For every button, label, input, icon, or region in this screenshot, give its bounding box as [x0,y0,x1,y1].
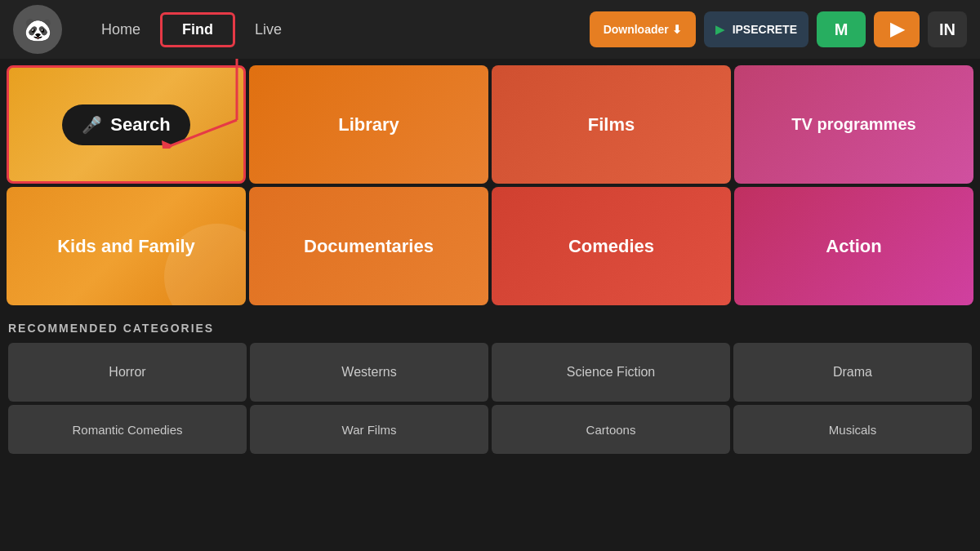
extra-label: IN [939,20,956,39]
ipsecrete-arrow-icon: ▶ [715,23,724,36]
docs-label: Documentaries [304,236,434,257]
rec-drama[interactable]: Drama [733,343,972,402]
main-content: 🎤 Search Library Films TV programmes Kid… [0,59,980,460]
films-label: Films [588,114,635,136]
nav-live[interactable]: Live [235,15,301,45]
rec-war-films[interactable]: War Films [250,405,488,454]
downloader-label: Downloader ⬇ [604,23,682,36]
logo[interactable]: 🐼 [13,5,62,54]
films-tile[interactable]: Films [492,65,731,184]
search-pill: 🎤 Search [62,104,189,145]
nav-find[interactable]: Find [160,12,235,47]
action-label: Action [826,236,881,257]
tv-tile[interactable]: TV programmes [734,65,973,184]
comedies-label: Comedies [568,236,654,257]
recommended-row1: Horror Westerns Science Fiction Drama [8,343,972,402]
rec-westerns[interactable]: Westerns [250,343,488,402]
plex-button[interactable]: ▶ [874,11,920,47]
rec-scifi[interactable]: Science Fiction [492,343,730,402]
tv-label: TV programmes [785,115,922,134]
rec-musicals[interactable]: Musicals [733,405,972,454]
comedies-tile[interactable]: Comedies [492,187,731,305]
library-tile[interactable]: Library [249,65,488,184]
nav-home[interactable]: Home [82,15,160,45]
logo-icon: 🐼 [24,16,52,43]
downloader-button[interactable]: Downloader ⬇ [590,11,696,47]
rec-cartoons[interactable]: Cartoons [492,405,730,454]
microphone-icon: 🎤 [82,115,102,135]
categories-grid: 🎤 Search Library Films TV programmes Kid… [0,59,980,309]
library-label: Library [338,114,399,136]
search-tile[interactable]: 🎤 Search [7,65,246,184]
kids-label: Kids and Family [57,236,195,257]
docs-tile[interactable]: Documentaries [249,187,488,305]
action-tile[interactable]: Action [734,187,973,305]
kids-tile[interactable]: Kids and Family [7,187,246,305]
ipsecrete-button[interactable]: ▶ IPSECRETE [704,11,808,47]
nav-bar: Home Find Live [82,12,301,47]
mx-button[interactable]: M [817,11,866,47]
extra-button[interactable]: IN [928,11,967,47]
search-label: Search [110,114,170,136]
recommended-title: RECOMMENDED CATEGORIES [8,322,972,335]
rec-romantic-comedies[interactable]: Romantic Comedies [8,405,247,454]
ipsecrete-label: IPSECRETE [733,23,797,36]
recommended-row2: Romantic Comedies War Films Cartoons Mus… [8,405,972,454]
header-apps: Downloader ⬇ ▶ IPSECRETE M ▶ IN [590,11,967,47]
header: 🐼 Home Find Live Downloader ⬇ ▶ IPSECRET… [0,0,980,59]
rec-horror[interactable]: Horror [8,343,247,402]
recommended-section: RECOMMENDED CATEGORIES Horror Westerns S… [0,309,980,460]
mx-label: M [835,20,849,39]
plex-icon: ▶ [890,19,904,40]
